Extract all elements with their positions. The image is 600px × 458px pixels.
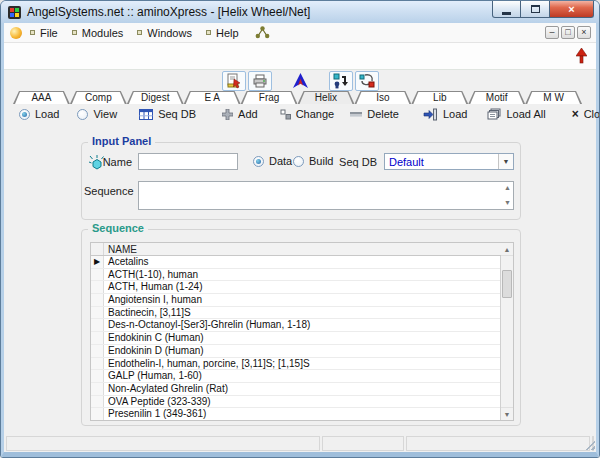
view-mode-radio[interactable]: View: [77, 108, 117, 120]
module-tab[interactable]: Digest: [127, 91, 184, 104]
row-name-cell: Angiotensin I, human: [104, 294, 500, 306]
helix-dart-icon[interactable]: [292, 73, 309, 89]
menu-item[interactable]: Windows: [137, 27, 192, 39]
red-up-arrow-icon[interactable]: [576, 48, 587, 64]
module-tab[interactable]: Motif: [468, 91, 525, 104]
menu-item-label: Help: [216, 27, 239, 39]
change-button[interactable]: Change: [280, 108, 335, 120]
table-row[interactable]: OVA Peptide (323-339): [91, 396, 500, 409]
app-icon: [7, 5, 22, 20]
name-input[interactable]: [138, 153, 238, 170]
sequence-input[interactable]: ▲ ▼: [138, 181, 514, 210]
add-icon: [222, 109, 233, 120]
status-panel: [6, 436, 320, 451]
menu-item-label: File: [40, 27, 58, 39]
seqdb-button[interactable]: Seq DB: [139, 108, 196, 120]
module-tab[interactable]: Helix: [298, 91, 355, 104]
row-marker-cell: ▶: [91, 256, 104, 268]
tab-label: Helix: [298, 91, 355, 104]
tab-label: Iso: [354, 91, 411, 104]
load-all-sequences-button[interactable]: [355, 71, 379, 91]
row-marker-cell: [91, 370, 104, 382]
data-radio[interactable]: Data: [253, 155, 292, 167]
module-tab[interactable]: M W: [525, 91, 582, 104]
menu-bullet-icon: [206, 30, 211, 35]
row-selector-header: [91, 243, 104, 255]
scroll-down-icon[interactable]: ▼: [504, 199, 511, 207]
title-bar[interactable]: AngelSystems.net :: aminoXpress - [Helix…: [1, 1, 599, 23]
radio-selected-icon: [253, 156, 264, 167]
row-name-cell: Bactinecin, [3,11]S: [104, 307, 500, 319]
menu-bullet-icon: [30, 30, 35, 35]
name-column-header[interactable]: NAME: [104, 243, 500, 255]
table-row[interactable]: ▶ Acetalins: [91, 256, 500, 269]
load-mode-label: Load: [35, 108, 59, 120]
module-tab[interactable]: AAA: [13, 91, 70, 104]
table-row[interactable]: GALP (Human, 1-60): [91, 370, 500, 383]
close-label: Close: [584, 108, 600, 120]
close-tab-button[interactable]: × Close: [572, 108, 600, 120]
table-row[interactable]: Endokinin C (Human): [91, 332, 500, 345]
tab-label: Comp: [70, 91, 127, 104]
seqdb-label: Seq DB: [158, 108, 196, 120]
table-scrollbar[interactable]: ▲ ▼: [500, 256, 513, 420]
load-mode-radio[interactable]: Load: [19, 108, 59, 120]
chevron-down-icon[interactable]: ▼: [498, 154, 513, 169]
scroll-up-icon[interactable]: ▲: [504, 184, 511, 192]
module-tab[interactable]: Lib: [411, 91, 468, 104]
row-marker-cell: [91, 281, 104, 293]
load-sequence-button[interactable]: [329, 71, 353, 91]
table-row[interactable]: Des-n-Octanoyl-[Ser3]-Ghrelin (Human, 1-…: [91, 319, 500, 332]
menu-item-label: Windows: [147, 27, 192, 39]
row-name-cell: Non-Acylated Ghrelin (Rat): [104, 383, 500, 395]
module-tab[interactable]: Iso: [354, 91, 411, 104]
mdi-window-controls: – □ ×: [545, 26, 591, 39]
scrollbar-down-icon[interactable]: ▼: [501, 407, 513, 420]
print-button[interactable]: [248, 71, 272, 91]
seqdb-table-icon: [139, 109, 153, 120]
change-icon: [280, 109, 291, 120]
input-panel-group: Input Panel Name Data Build: [81, 142, 521, 220]
table-row[interactable]: Bactinecin, [3,11]S: [91, 307, 500, 320]
mdi-close-button[interactable]: ×: [577, 26, 591, 39]
minimize-button[interactable]: [492, 1, 521, 18]
menu-item[interactable]: File: [30, 27, 58, 39]
sequence-group-title: Sequence: [88, 222, 148, 234]
module-tab[interactable]: Frag: [241, 91, 298, 104]
add-button[interactable]: Add: [222, 108, 258, 120]
tab-label: M W: [525, 91, 582, 104]
scrollbar-thumb[interactable]: [502, 270, 512, 298]
delete-button[interactable]: Delete: [350, 108, 399, 120]
row-name-cell: GALP (Human, 1-60): [104, 370, 500, 382]
close-button[interactable]: ×: [549, 1, 594, 18]
delete-icon: [350, 112, 362, 117]
module-tab[interactable]: Comp: [70, 91, 127, 104]
save-report-icon: [226, 73, 242, 89]
menu-item[interactable]: Modules: [72, 27, 124, 39]
menu-item[interactable]: Help: [206, 27, 239, 39]
seqdb-select[interactable]: Default ▼: [384, 153, 514, 170]
table-row[interactable]: Non-Acylated Ghrelin (Rat): [91, 383, 500, 396]
table-row[interactable]: ACTH(1-10), human: [91, 269, 500, 282]
load-label: Load: [443, 108, 467, 120]
upper-strip: [4, 43, 596, 69]
table-row[interactable]: Endokinin D (Human): [91, 345, 500, 358]
table-row[interactable]: Presenilin 1 (349-361): [91, 408, 500, 420]
table-row[interactable]: Angiotensin I, human: [91, 294, 500, 307]
save-report-button[interactable]: [222, 71, 246, 91]
load-all-stack-icon: [487, 108, 501, 120]
mdi-minimize-button[interactable]: –: [545, 26, 559, 39]
maximize-button[interactable]: [521, 1, 549, 18]
row-marker-cell: [91, 307, 104, 319]
scrollbar-up-icon[interactable]: ▲: [501, 243, 513, 256]
row-name-cell: Endokinin D (Human): [104, 345, 500, 357]
row-name-cell: Acetalins: [104, 256, 500, 268]
table-row[interactable]: Endothelin-I, human, porcine, [3,11]S; […: [91, 358, 500, 371]
module-tab[interactable]: E A: [184, 91, 241, 104]
mdi-restore-button[interactable]: □: [561, 26, 575, 39]
load-all-button[interactable]: Load All: [487, 108, 545, 120]
maximize-icon: [531, 5, 540, 13]
table-row[interactable]: ACTH, Human (1-24): [91, 281, 500, 294]
load-button[interactable]: Load: [423, 108, 467, 121]
row-marker-cell: [91, 396, 104, 408]
